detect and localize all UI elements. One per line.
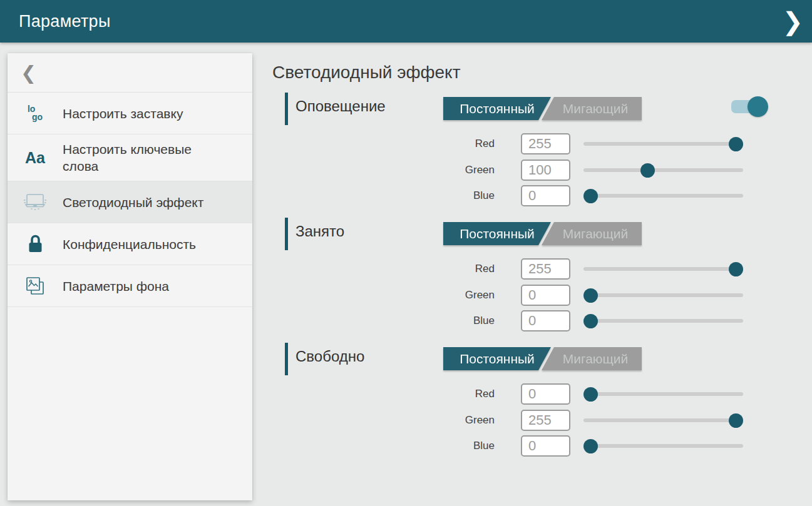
- mode-segmented-control: Постоянный Мигающий: [443, 347, 642, 370]
- blue-value-input[interactable]: [521, 435, 570, 457]
- back-chevron-icon: ❮: [21, 62, 36, 84]
- green-channel-row: Green: [438, 410, 744, 431]
- enable-toggle-switch[interactable]: [731, 99, 769, 114]
- red-label: Red: [438, 263, 495, 275]
- sidebar-item-label: Конфиденциальность: [63, 230, 205, 259]
- section-accent-bar: [285, 343, 288, 375]
- green-label: Green: [438, 414, 495, 427]
- red-slider[interactable]: [583, 387, 743, 402]
- page-title: Параметры: [19, 12, 111, 31]
- red-channel-row: Red: [438, 133, 744, 154]
- sidebar-item-label: Светодиодный эффект: [63, 188, 212, 217]
- mode-segmented-control: Постоянный Мигающий: [443, 97, 642, 120]
- mode-solid-button[interactable]: Постоянный: [443, 222, 551, 245]
- mode-solid-button[interactable]: Постоянный: [443, 97, 551, 120]
- settings-sidebar: ❮ lo go Настроить заставку Aa Настроить …: [8, 53, 252, 500]
- content-title: Светодиодный эффект: [272, 63, 461, 83]
- blue-value-input[interactable]: [521, 185, 570, 206]
- led-screen-icon: [8, 193, 63, 211]
- sidebar-item-led-effect[interactable]: Светодиодный эффект: [8, 181, 252, 223]
- sidebar-item-label: Параметры фона: [63, 271, 178, 301]
- mode-blinking-button[interactable]: Мигающий: [542, 222, 642, 245]
- sidebar-item-label: Настроить ключевые слова: [63, 134, 220, 181]
- blue-slider[interactable]: [583, 439, 743, 453]
- app-header: Параметры ❯: [0, 0, 812, 43]
- green-label: Green: [438, 289, 495, 301]
- section-free: Свободно Постоянный Мигающий Red Green B…: [285, 341, 786, 466]
- green-channel-row: Green: [438, 285, 744, 306]
- background-images-icon: [8, 276, 63, 296]
- led-effect-panel: Светодиодный эффект Оповещение Постоянны…: [252, 43, 812, 506]
- blue-value-input[interactable]: [521, 310, 570, 331]
- red-value-input[interactable]: [521, 258, 570, 280]
- green-value-input[interactable]: [521, 410, 570, 431]
- red-slider[interactable]: [583, 262, 743, 276]
- section-notification: Оповещение Постоянный Мигающий Red Green…: [285, 91, 786, 216]
- blue-channel-row: Blue: [438, 185, 744, 206]
- blue-channel-row: Blue: [438, 435, 744, 457]
- blue-slider[interactable]: [583, 314, 743, 328]
- forward-chevron-icon[interactable]: ❯: [782, 9, 803, 34]
- lock-icon: [8, 234, 63, 254]
- section-accent-bar: [285, 218, 288, 250]
- sidebar-item-label: Настроить заставку: [63, 99, 192, 128]
- switch-knob[interactable]: [748, 96, 768, 117]
- section-accent-bar: [285, 93, 288, 125]
- red-value-input[interactable]: [521, 383, 570, 405]
- red-channel-row: Red: [438, 258, 744, 280]
- blue-slider[interactable]: [583, 189, 743, 203]
- green-value-input[interactable]: [521, 159, 570, 181]
- blue-label: Blue: [438, 315, 495, 327]
- mode-segmented-control: Постоянный Мигающий: [443, 222, 642, 245]
- green-slider[interactable]: [583, 413, 743, 428]
- logo-icon: lo go: [8, 105, 63, 121]
- sidebar-item-splash-screen[interactable]: lo go Настроить заставку: [8, 93, 252, 134]
- sidebar-item-keywords[interactable]: Aa Настроить ключевые слова: [8, 134, 252, 181]
- red-slider[interactable]: [583, 137, 743, 151]
- section-name: Свободно: [296, 348, 364, 365]
- logo-icon-line2: go: [32, 113, 43, 121]
- green-slider[interactable]: [583, 163, 743, 178]
- blue-label: Blue: [438, 190, 495, 202]
- mode-solid-button[interactable]: Постоянный: [443, 347, 551, 370]
- green-channel-row: Green: [438, 159, 744, 181]
- red-value-input[interactable]: [521, 133, 570, 154]
- red-channel-row: Red: [438, 383, 744, 405]
- blue-channel-row: Blue: [438, 310, 744, 331]
- mode-blinking-button[interactable]: Мигающий: [542, 97, 642, 120]
- sidebar-item-background[interactable]: Параметры фона: [8, 265, 252, 307]
- red-label: Red: [438, 138, 495, 150]
- section-busy: Занято Постоянный Мигающий Red Green Blu…: [285, 216, 786, 341]
- green-label: Green: [438, 164, 495, 176]
- blue-label: Blue: [438, 440, 495, 452]
- keywords-icon: Aa: [8, 149, 63, 167]
- sidebar-back-button[interactable]: ❮: [8, 53, 252, 93]
- section-name: Занято: [296, 223, 344, 240]
- red-label: Red: [438, 388, 495, 400]
- section-name: Оповещение: [296, 98, 386, 115]
- green-value-input[interactable]: [521, 285, 570, 306]
- green-slider[interactable]: [583, 288, 743, 303]
- sidebar-item-privacy[interactable]: Конфиденциальность: [8, 223, 252, 265]
- mode-blinking-button[interactable]: Мигающий: [542, 347, 642, 370]
